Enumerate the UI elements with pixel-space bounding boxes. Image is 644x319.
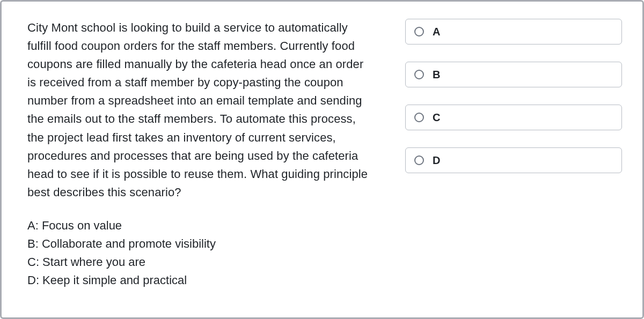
option-d-label: D bbox=[433, 154, 440, 167]
option-a-label: A bbox=[433, 26, 440, 38]
choice-d-text: D: Keep it simple and practical bbox=[27, 271, 371, 290]
question-panel: City Mont school is looking to build a s… bbox=[27, 19, 371, 300]
radio-icon bbox=[414, 70, 424, 79]
question-text: City Mont school is looking to build a s… bbox=[27, 19, 371, 202]
option-a[interactable]: A bbox=[405, 19, 622, 44]
option-b[interactable]: B bbox=[405, 62, 622, 87]
radio-icon bbox=[414, 155, 424, 165]
question-card: City Mont school is looking to build a s… bbox=[0, 0, 644, 319]
option-c[interactable]: C bbox=[405, 105, 622, 130]
choice-b-text: B: Collaborate and promote visibility bbox=[27, 235, 371, 253]
radio-icon bbox=[414, 27, 424, 36]
answer-panel: A B C D bbox=[405, 19, 622, 300]
choice-a-text: A: Focus on value bbox=[27, 217, 371, 235]
radio-icon bbox=[414, 113, 424, 122]
option-d[interactable]: D bbox=[405, 147, 622, 173]
option-b-label: B bbox=[433, 69, 440, 81]
choices-block: A: Focus on value B: Collaborate and pro… bbox=[27, 217, 371, 290]
option-c-label: C bbox=[433, 112, 440, 124]
choice-c-text: C: Start where you are bbox=[27, 253, 371, 271]
